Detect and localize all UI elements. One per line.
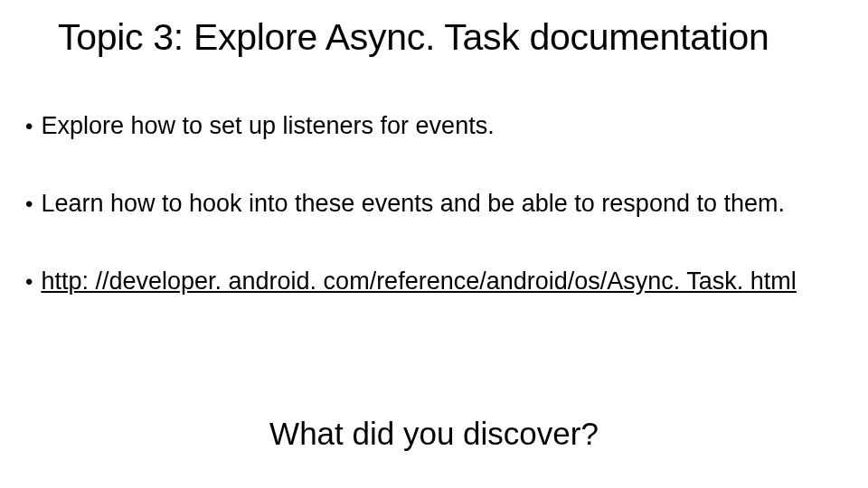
- bullet-link[interactable]: http: //developer. android. com/referenc…: [41, 267, 796, 297]
- bullet-text-2: Learn how to hook into these events and …: [41, 189, 785, 220]
- slide-container: Topic 3: Explore Async. Task documentati…: [0, 0, 868, 488]
- bullet-item-3: http: //developer. android. com/referenc…: [25, 267, 846, 297]
- bullet-list: Explore how to set up listeners for even…: [25, 111, 846, 296]
- bullet-text-1: Explore how to set up listeners for even…: [41, 111, 494, 142]
- bullet-item-2: Learn how to hook into these events and …: [25, 189, 846, 220]
- bullet-item-1: Explore how to set up listeners for even…: [25, 111, 846, 142]
- footer-question: What did you discover?: [0, 416, 868, 452]
- slide-title: Topic 3: Explore Async. Task documentati…: [58, 16, 846, 59]
